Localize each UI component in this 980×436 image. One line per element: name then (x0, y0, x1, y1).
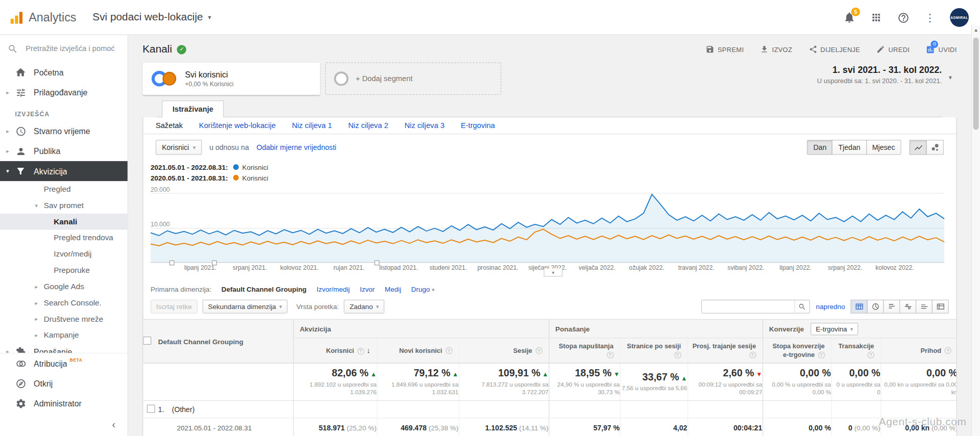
sidebar-item-atribucija[interactable]: Atribucija BETA (0, 353, 128, 373)
view-percentage-button[interactable] (867, 300, 884, 314)
sidebar-item-pocetna[interactable]: Početna (0, 62, 128, 82)
sidebar-item-akvizicija[interactable]: ▾ Akvizicija (0, 161, 128, 181)
granularity-day-button[interactable]: Dan (807, 140, 832, 155)
column-header-sesije[interactable]: Sesije? (459, 338, 549, 363)
column-header-channel[interactable]: Default Channel Grouping (158, 319, 293, 363)
view-performance-button[interactable] (883, 300, 900, 314)
secondary-dimension-button[interactable]: Sekundarna dimenzija ▾ (203, 300, 288, 314)
dimension-medij[interactable]: Medij (385, 286, 401, 293)
x-axis-label: travanj 2022. (678, 264, 715, 271)
dimension-izvor-medij[interactable]: Izvor/medij (316, 286, 350, 293)
annotation-marker[interactable] (212, 261, 217, 266)
save-icon (706, 45, 715, 54)
add-segment-button[interactable]: + Dodaj segment (325, 62, 501, 95)
table-search-button[interactable] (794, 300, 809, 314)
sidebar-search[interactable] (0, 35, 128, 63)
line-chart-button[interactable] (910, 140, 927, 155)
sidebar-item-ponasanje-clipped[interactable]: ▸ Ponašanje (0, 343, 128, 352)
granularity-week-button[interactable]: Tjedan (832, 140, 867, 155)
dimension-drugo[interactable]: Drugo ▾ (411, 286, 434, 293)
subtab-e-trgovina[interactable]: E-trgovina (461, 121, 495, 130)
property-selector[interactable]: Svi podaci web-lokacije ▾ (92, 11, 211, 23)
share-button[interactable]: DIJELJENJE (808, 45, 860, 54)
subtab-sazetak[interactable]: Sažetak (156, 121, 183, 130)
select-all-checkbox[interactable] (143, 337, 151, 345)
view-table-button[interactable] (851, 300, 868, 314)
table-search-input[interactable] (701, 300, 794, 313)
sidebar-item-sav-promet[interactable]: ▾ Sav promet (0, 197, 128, 214)
analytics-logo[interactable]: Analytics (9, 10, 76, 24)
legend-item-compare: 2020.05.01 - 2021.08.31: Korisnici (151, 172, 949, 183)
sidebar-item-drustvene-mreze[interactable]: ▸ Društvene mreže (0, 311, 128, 327)
chevron-right-icon: ▸ (35, 300, 44, 306)
sidebar-item-stvarno-vrijeme[interactable]: ▸ Stvarno vrijeme (0, 121, 128, 141)
dimension-izvor[interactable]: Izvor (360, 286, 375, 293)
conversions-type-select[interactable]: E-trgovina ▾ (811, 322, 858, 335)
insights-button[interactable]: 0 UVIDI (926, 45, 957, 54)
chevron-down-icon: ▾ (949, 73, 952, 80)
verified-check-icon: ✓ (177, 45, 186, 54)
scrollbar-thumb[interactable] (973, 37, 979, 130)
help-icon: ? (818, 351, 824, 358)
view-pivot-button[interactable] (932, 300, 949, 314)
apps-button[interactable] (869, 11, 883, 24)
primary-dimension-row: Primarna dimenzija: Default Channel Grou… (143, 283, 956, 295)
column-header-stopa-konverzije[interactable]: Stopa konverzije e-trgovine? (763, 338, 831, 363)
dimension-default-channel-grouping[interactable]: Default Channel Grouping (222, 286, 307, 293)
column-header-novi-korisnici[interactable]: Novi korisnici? (377, 338, 458, 363)
column-header-prosj-trajanje[interactable]: Prosj. trajanje sesije? (688, 338, 763, 363)
annotations-expander[interactable]: ▾ (544, 269, 562, 277)
subtab-niz-ciljeva-1[interactable]: Niz ciljeva 1 (292, 121, 332, 130)
sidebar-search-input[interactable] (24, 44, 118, 54)
sidebar-item-preporuke[interactable]: Preporuke (0, 262, 128, 278)
column-header-prihod[interactable]: Prihod? (880, 338, 957, 363)
sidebar-item-kampanje[interactable]: ▸ Kampanje (0, 327, 128, 344)
sidebar-item-kanali[interactable]: Kanali (0, 214, 128, 230)
segment-all-users[interactable]: Svi korisnici +0,00 % Korisnici (142, 62, 320, 95)
more-options-button[interactable]: ⋮ (923, 11, 937, 24)
sidebar-item-administrator[interactable]: Administrator (0, 393, 128, 413)
motion-chart-button[interactable] (926, 140, 944, 155)
table-view-toggle (851, 300, 949, 314)
column-header-korisnici[interactable]: Korisnici?↓ (293, 338, 377, 363)
granularity-month-button[interactable]: Mjesec (866, 140, 901, 155)
avatar[interactable]: ADMIRAL (950, 8, 969, 27)
help-button[interactable] (896, 11, 910, 24)
subtab-koristenje[interactable]: Korištenje web-lokacije (199, 121, 276, 130)
sidebar-item-pregled[interactable]: Pregled (0, 181, 128, 197)
row-checkbox[interactable] (146, 404, 155, 413)
scrollbar-up-icon[interactable]: ▲ (972, 25, 980, 35)
subtab-niz-ciljeva-2[interactable]: Niz ciljeva 2 (348, 121, 388, 130)
edit-button[interactable]: UREDI (876, 45, 910, 54)
advanced-filter-link[interactable]: napredno (816, 303, 845, 311)
notifications-button[interactable]: 5 (843, 11, 856, 24)
export-button[interactable]: IZVOZ (760, 45, 792, 54)
plot-rows-button: Iscrtaj retke (151, 300, 198, 314)
metric-select-button[interactable]: Korisnici ▾ (156, 140, 202, 155)
annotation-marker[interactable] (374, 261, 379, 266)
sidebar-item-google-ads[interactable]: ▸ Google Ads (0, 278, 128, 295)
view-term-cloud-button[interactable] (916, 300, 933, 314)
select-metric-link[interactable]: Odabir mjerne vrijednosti (256, 144, 336, 151)
sidebar-item-search-console[interactable]: ▸ Search Console. (0, 295, 128, 311)
save-button[interactable]: SPREMI (706, 45, 744, 54)
tab-istrazivanje[interactable]: Istraživanje (162, 100, 224, 117)
sidebar-item-pregled-trendova[interactable]: Pregled trendova (0, 230, 128, 246)
sort-type-button[interactable]: Zadano ▾ (344, 300, 384, 314)
vertical-scrollbar[interactable]: ▲ (971, 25, 980, 436)
view-comparison-button[interactable] (899, 300, 916, 314)
sidebar-item-publika[interactable]: ▸ Publika (0, 141, 128, 161)
sidebar-item-otkrij[interactable]: Otkrij (0, 373, 128, 393)
sidebar-collapse-button[interactable]: ‹ (106, 417, 121, 432)
sidebar-item-izvor-medij[interactable]: Izvor/medij (0, 246, 128, 262)
annotation-marker[interactable] (169, 261, 175, 266)
summary-korisnici: 82,06 %▲1.892.102 u usporedbi sa 1.039.2… (293, 363, 377, 400)
column-header-transakcije[interactable]: Transakcije? (831, 338, 881, 363)
sidebar-item-prilagodavanje[interactable]: ▸ Prilagođavanje (0, 83, 128, 102)
trend-arrow-icon: ▲ (371, 371, 377, 377)
column-header-stopa-napustanja[interactable]: Stopa napuštanja? (549, 338, 620, 363)
column-header-stranice-po-sesiji[interactable]: Stranice po sesiji? (620, 338, 688, 363)
subtab-niz-ciljeva-3[interactable]: Niz ciljeva 3 (404, 121, 444, 130)
date-range-selector[interactable]: 1. svi 2021. - 31. kol 2022. U usporedbi… (817, 65, 942, 84)
channel-cell[interactable]: 1.(Other) (158, 401, 293, 418)
